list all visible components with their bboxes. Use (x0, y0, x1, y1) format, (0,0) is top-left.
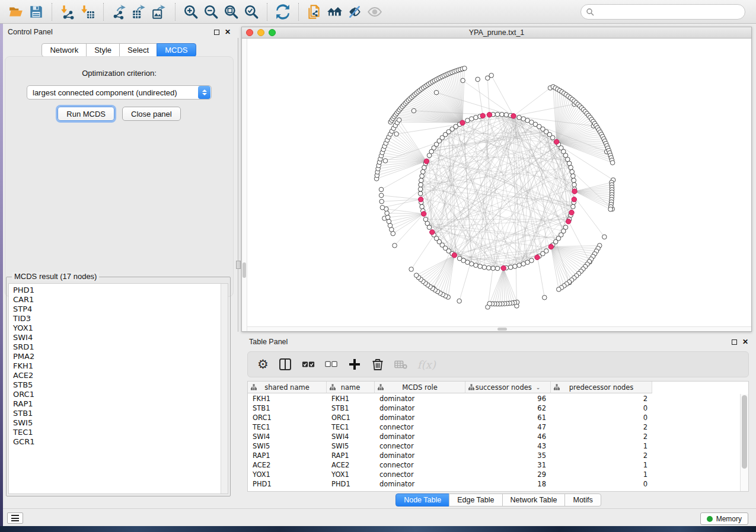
table-row[interactable]: TEC1TEC1connector472 (248, 422, 740, 432)
save-icon[interactable] (26, 2, 46, 21)
result-node-item[interactable]: STB1 (13, 409, 221, 418)
column-header-shared-name[interactable]: shared name (248, 382, 327, 393)
table-row[interactable]: SWI4SWI4dominator462 (248, 432, 740, 441)
scrollbar-thumb[interactable] (742, 395, 747, 469)
tab-network[interactable]: Network (42, 43, 87, 57)
network-graph[interactable] (242, 39, 751, 331)
result-node-item[interactable]: STB5 (13, 380, 221, 390)
network-vertical-scrollbar[interactable] (242, 39, 247, 331)
splitter-handle[interactable] (236, 261, 241, 269)
table-cell: dominator (375, 413, 465, 422)
table-row[interactable]: PHD1PHD1dominator180 (248, 479, 740, 489)
result-node-item[interactable]: SRD1 (13, 342, 221, 352)
result-node-item[interactable]: STP4 (13, 305, 221, 314)
result-node-item[interactable]: PHD1 (13, 286, 221, 295)
network-horizontal-scrollbar[interactable] (247, 326, 751, 331)
run-mcds-button[interactable]: Run MCDS (58, 107, 114, 121)
tab-mcds[interactable]: MCDS (157, 43, 196, 57)
mcds-result-title: MCDS result (17 nodes) (12, 272, 99, 281)
result-list-scrollbar[interactable] (221, 284, 228, 493)
scrollbar-thumb[interactable] (497, 328, 507, 331)
zoom-out-icon[interactable] (201, 2, 221, 21)
column-header-predecessor-nodes[interactable]: predecessor nodes (551, 382, 652, 393)
table-cell: 0 (551, 403, 652, 413)
import-network-icon[interactable] (58, 2, 78, 21)
memory-label: Memory (716, 515, 742, 523)
result-node-item[interactable]: FKH1 (13, 361, 221, 371)
table-cell: TEC1 (248, 422, 327, 432)
close-panel-button[interactable]: Close panel (122, 107, 181, 121)
table-panel-header[interactable]: Table Panel ✕ (241, 335, 756, 349)
function-builder-icon[interactable]: f(x) (417, 358, 436, 371)
column-header-successor-nodes[interactable]: successor nodes⌄ (465, 382, 551, 393)
table-row[interactable]: ORC1ORC1dominator610 (248, 413, 740, 422)
tab-motifs[interactable]: Motifs (564, 493, 601, 507)
table-cell: 0 (551, 413, 652, 422)
close-panel-icon[interactable]: ✕ (225, 30, 231, 35)
import-table-icon[interactable] (78, 2, 98, 21)
task-history-button[interactable] (7, 512, 23, 524)
network-canvas[interactable] (242, 39, 751, 331)
result-node-item[interactable]: CAR1 (13, 295, 221, 305)
zoom-selected-icon[interactable] (241, 2, 261, 21)
float-window-icon[interactable] (732, 339, 737, 345)
table-cell: dominator (375, 479, 465, 489)
delete-column-trash-icon[interactable] (371, 358, 384, 371)
hide-selected-icon[interactable] (344, 2, 365, 21)
result-node-item[interactable]: TID3 (13, 314, 221, 323)
result-node-item[interactable]: PMA2 (13, 352, 221, 361)
tab-node-table[interactable]: Node Table (395, 493, 449, 507)
search-input[interactable] (597, 6, 740, 18)
table-cell: 29 (465, 470, 551, 479)
network-window-titlebar[interactable]: YPA_prune.txt_1 (242, 27, 751, 39)
table-row[interactable]: ACE2ACE2connector311 (248, 460, 740, 470)
delete-table-icon[interactable] (394, 358, 407, 371)
table-panel-title: Table Panel (249, 338, 288, 346)
copy-style-icon[interactable] (304, 2, 324, 21)
table-row[interactable]: FKH1FKH1dominator962 (248, 394, 740, 403)
zoom-in-icon[interactable] (181, 2, 201, 21)
export-image-icon[interactable] (149, 2, 170, 21)
close-panel-icon[interactable]: ✕ (742, 339, 748, 345)
control-panel-header[interactable]: Control Panel ✕ (3, 24, 235, 40)
tab-edge-table[interactable]: Edge Table (449, 493, 502, 507)
result-node-item[interactable]: YOX1 (13, 323, 221, 333)
export-table-icon[interactable] (129, 2, 149, 21)
result-node-item[interactable]: ORC1 (13, 390, 221, 399)
scrollbar-thumb[interactable] (243, 262, 246, 278)
result-node-item[interactable]: SWI4 (13, 333, 221, 342)
table-row[interactable]: SWI5SWI5connector431 (248, 441, 740, 451)
show-all-icon[interactable] (365, 2, 385, 21)
show-columns-icon[interactable] (279, 358, 292, 371)
result-node-item[interactable]: RAP1 (13, 399, 221, 409)
column-header-MCDS-role[interactable]: MCDS role (375, 382, 465, 393)
refresh-icon[interactable] (273, 2, 293, 21)
zoom-fit-icon[interactable] (221, 2, 241, 21)
deselect-all-icon[interactable] (325, 358, 338, 371)
panel-splitter[interactable] (235, 24, 241, 508)
tab-style[interactable]: Style (86, 43, 120, 57)
result-node-item[interactable]: ACE2 (13, 371, 221, 380)
node-table: shared namenameMCDS rolesuccessor nodes⌄… (247, 381, 749, 492)
result-node-item[interactable]: GCR1 (13, 437, 221, 447)
optimization-criterion-select[interactable]: largest connected component (undirected) (27, 85, 212, 100)
open-folder-icon[interactable] (6, 2, 26, 21)
tab-network-table[interactable]: Network Table (502, 493, 566, 507)
float-window-icon[interactable] (214, 30, 219, 35)
table-row[interactable]: STB1STB1dominator620 (248, 403, 740, 413)
table-settings-gear-icon[interactable]: ⚙ (257, 358, 269, 371)
export-network-icon[interactable] (109, 2, 129, 21)
result-node-item[interactable]: TEC1 (13, 428, 221, 437)
table-scrollbar[interactable] (740, 394, 748, 491)
tab-select[interactable]: Select (119, 43, 157, 57)
result-node-item[interactable]: SWI5 (13, 418, 221, 428)
table-cell: dominator (375, 394, 465, 403)
table-cell: RAP1 (327, 451, 375, 460)
table-row[interactable]: RAP1RAP1dominator352 (248, 451, 740, 460)
home-layout-icon[interactable] (324, 2, 344, 21)
memory-button[interactable]: Memory (700, 512, 748, 525)
add-column-icon[interactable] (348, 358, 361, 371)
table-row[interactable]: YOX1YOX1connector291 (248, 470, 740, 479)
select-all-icon[interactable] (302, 358, 315, 371)
column-header-name[interactable]: name (327, 382, 375, 393)
